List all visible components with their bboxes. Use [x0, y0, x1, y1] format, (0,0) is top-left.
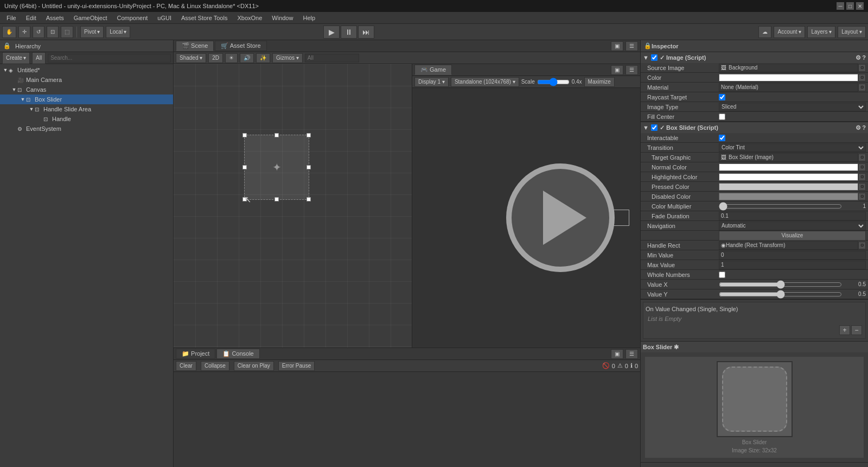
menu-assets[interactable]: Assets: [42, 14, 68, 22]
maximize-button[interactable]: □: [846, 2, 854, 10]
hierarchy-item-handle-slide-area[interactable]: ▼ ⊡ Handle Slide Area: [0, 104, 173, 114]
clear-on-play-button[interactable]: Clear on Play: [234, 361, 274, 371]
hand-tool-button[interactable]: ✋: [2, 26, 16, 38]
gizmos-dropdown[interactable]: Gizmos ▾: [272, 53, 303, 63]
menu-window[interactable]: Window: [267, 14, 297, 22]
highlighted-color-pick-button[interactable]: ⊙: [858, 173, 866, 181]
error-pause-button[interactable]: Error Pause: [278, 361, 315, 371]
rotate-tool-button[interactable]: ↺: [33, 26, 44, 38]
image-script-settings-icon[interactable]: ⚙: [856, 54, 861, 61]
resize-handle-top-right[interactable]: [307, 133, 311, 137]
cloud-button[interactable]: ☁: [758, 26, 771, 38]
fill-center-checkbox[interactable]: [719, 113, 725, 120]
box-slider-enabled-checkbox[interactable]: [651, 124, 658, 131]
game-maximize-button[interactable]: ▣: [611, 65, 623, 75]
bottom-maximize-button[interactable]: ▣: [611, 349, 623, 359]
handle-rect-pick-button[interactable]: ⊙: [858, 242, 866, 249]
step-button[interactable]: ⏭: [358, 26, 374, 39]
min-value-input[interactable]: [719, 251, 866, 260]
pressed-color-pick-button[interactable]: ⊙: [858, 183, 866, 191]
transition-select[interactable]: Color Tint: [719, 143, 866, 152]
source-image-field[interactable]: 🖼 Background: [719, 64, 858, 72]
resize-handle-top-left[interactable]: [242, 133, 247, 137]
scene-search-input[interactable]: [305, 54, 359, 62]
hierarchy-create-button[interactable]: Create ▾: [2, 52, 30, 64]
tab-project[interactable]: 📁 Project: [176, 349, 215, 359]
menu-edit[interactable]: Edit: [22, 14, 41, 22]
hierarchy-item-main-camera[interactable]: 🎥 Main Camera: [0, 75, 173, 85]
resolution-dropdown[interactable]: Standalone (1024x768) ▾: [451, 77, 519, 87]
hierarchy-item-handle[interactable]: ⊡ Handle: [0, 114, 173, 124]
lighting-button[interactable]: ☀: [225, 53, 238, 63]
pivot-button[interactable]: Pivot ▾: [80, 26, 104, 38]
display-dropdown[interactable]: Display 1 ▾: [414, 77, 449, 87]
tab-asset-store[interactable]: 🛒 Asset Store: [215, 41, 266, 51]
event-remove-button[interactable]: −: [851, 325, 862, 335]
scale-slider[interactable]: [537, 78, 570, 86]
handle-rect-field[interactable]: ◉Handle (Rect Transform): [719, 241, 858, 250]
collapse-button[interactable]: Collapse: [201, 361, 229, 371]
normal-color-pick-button[interactable]: ⊙: [858, 163, 866, 171]
local-button[interactable]: Local ▾: [106, 26, 130, 38]
menu-help[interactable]: Help: [298, 14, 320, 22]
resize-handle-middle-left[interactable]: [242, 165, 247, 169]
bottom-settings-button[interactable]: ☰: [626, 349, 638, 359]
image-script-header[interactable]: ▼ ✓ Image (Script) ⚙ ?: [641, 52, 868, 63]
visualize-button[interactable]: Visualize: [719, 231, 866, 241]
move-tool-button[interactable]: ✛: [18, 26, 30, 38]
menu-xboxone[interactable]: XboxOne: [233, 14, 266, 22]
account-dropdown[interactable]: Account ▾: [774, 26, 805, 38]
highlighted-color-swatch[interactable]: [719, 173, 858, 181]
menu-asset-store-tools[interactable]: Asset Store Tools: [177, 14, 232, 22]
play-button[interactable]: ▶: [323, 26, 340, 39]
whole-numbers-checkbox[interactable]: [719, 272, 725, 278]
resize-handle-middle-right[interactable]: [307, 165, 311, 169]
navigation-select[interactable]: Automatic: [719, 222, 866, 230]
layout-dropdown[interactable]: Layout ▾: [838, 26, 866, 38]
scale-tool-button[interactable]: ⊡: [47, 26, 59, 38]
hierarchy-item-event-system[interactable]: ⚙ EventSystem: [0, 124, 173, 134]
pressed-color-swatch[interactable]: [719, 183, 858, 191]
box-slider-settings-icon[interactable]: ⚙: [856, 124, 861, 131]
normal-color-swatch[interactable]: [719, 163, 858, 171]
scene-canvas[interactable]: ↖: [174, 64, 412, 348]
resize-handle-bottom-right[interactable]: [307, 197, 311, 201]
hierarchy-item-box-slider[interactable]: ▼ ⊡ Box Slider: [0, 94, 173, 104]
image-type-select[interactable]: Sliced: [719, 103, 866, 111]
2d-button[interactable]: 2D: [208, 53, 223, 63]
audio-button[interactable]: 🔊: [240, 53, 254, 63]
fx-button[interactable]: ✨: [256, 53, 270, 63]
target-graphic-pick-button[interactable]: ⊙: [858, 154, 866, 161]
value-x-slider[interactable]: [719, 282, 842, 287]
image-script-help-icon[interactable]: ?: [862, 54, 866, 61]
scene-settings-button[interactable]: ☰: [626, 41, 638, 51]
clear-button[interactable]: Clear: [176, 361, 196, 371]
menu-component[interactable]: Component: [112, 14, 152, 22]
max-value-input[interactable]: [719, 261, 866, 269]
resize-handle-top-middle[interactable]: [275, 133, 279, 137]
minimize-button[interactable]: ─: [837, 2, 844, 10]
game-play-overlay[interactable]: [506, 163, 615, 272]
tab-console[interactable]: 📋 Console: [216, 349, 259, 359]
pause-button[interactable]: ⏸: [341, 26, 357, 39]
resize-handle-bottom-left[interactable]: [242, 197, 247, 201]
color-pick-button[interactable]: ⊙: [858, 74, 866, 81]
disabled-color-swatch[interactable]: [719, 193, 858, 200]
box-slider-script-header[interactable]: ▼ ✓ Box Slider (Script) ⚙ ?: [641, 122, 868, 133]
rect-tool-button[interactable]: ⬚: [61, 26, 73, 38]
color-multiplier-slider[interactable]: [719, 204, 842, 209]
value-y-slider[interactable]: [719, 292, 842, 297]
resize-handle-bottom-middle[interactable]: [275, 197, 279, 201]
maximize-on-play-button[interactable]: Maximize: [584, 77, 615, 87]
scene-box-slider-widget[interactable]: [244, 135, 309, 200]
game-settings-button[interactable]: ☰: [626, 65, 638, 75]
disabled-color-pick-button[interactable]: ⊙: [858, 193, 866, 200]
raycast-target-checkbox[interactable]: [719, 94, 725, 100]
scene-maximize-button[interactable]: ▣: [611, 41, 623, 51]
image-script-enabled-checkbox[interactable]: [651, 54, 658, 61]
box-slider-preview-header[interactable]: Box Slider ✱: [641, 342, 868, 352]
hierarchy-all-button[interactable]: All: [32, 52, 46, 64]
source-image-pick-button[interactable]: ⊙: [858, 64, 866, 72]
material-pick-button[interactable]: ⊙: [858, 84, 866, 91]
target-graphic-field[interactable]: 🖼 Box Slider (Image): [719, 153, 858, 162]
